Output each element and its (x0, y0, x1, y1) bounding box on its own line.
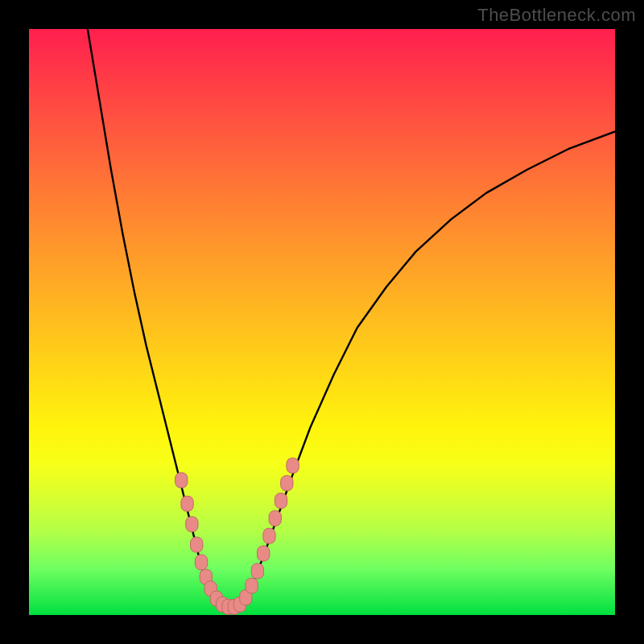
watermark-text: TheBottleneck.com (477, 5, 636, 26)
data-marker (175, 473, 188, 488)
data-marker (195, 555, 207, 570)
bottleneck-curve (88, 29, 615, 608)
plot-area (29, 29, 615, 615)
data-marker (181, 496, 193, 511)
curve-overlay (29, 29, 615, 615)
data-marker (281, 476, 293, 491)
data-marker (258, 546, 270, 561)
chart-frame: TheBottleneck.com (0, 0, 644, 644)
data-marker (269, 510, 281, 526)
data-marker (246, 578, 258, 593)
data-marker (191, 537, 203, 552)
data-marker (287, 458, 299, 473)
data-marker (186, 517, 198, 532)
data-marker (251, 564, 263, 579)
data-marker (263, 528, 275, 543)
data-marker (275, 493, 287, 509)
